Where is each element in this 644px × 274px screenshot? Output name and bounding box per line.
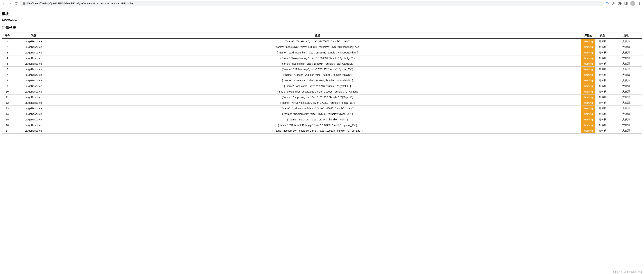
table-row: 9LargeResource{ "name": "wbxstatic", "si…	[2, 83, 642, 89]
toolbar-right: X	[606, 1, 642, 6]
header-message: 消息	[610, 33, 642, 39]
header-severity: 严重性	[581, 33, 596, 39]
cell-data: { "name": "card-model.bin", "size": 1386…	[54, 50, 581, 56]
cell-message: 大资源	[610, 56, 642, 61]
cell-issue: LargeResource	[13, 67, 54, 72]
cell-index: 16	[2, 122, 13, 128]
cell-message: 大资源	[610, 72, 642, 78]
cell-type: 包体积	[596, 122, 610, 128]
cell-severity: Warning	[581, 56, 596, 61]
cell-type: 包体积	[596, 111, 610, 117]
cell-severity: Warning	[581, 111, 596, 117]
cell-message: 大资源	[610, 100, 642, 106]
cell-data: { "name": "lookup_soft_elegance_1.png", …	[54, 128, 581, 134]
table-row: 16LargeResource{ "name": "NARemoteDebug.…	[2, 122, 642, 128]
cell-data: { "name": "wbxstatic", "size": 269216, "…	[54, 83, 581, 89]
menu-icon[interactable]	[638, 2, 641, 5]
cell-data: { "name": "ppd_com.mobile.xbt", "size": …	[54, 106, 581, 111]
svg-rect-2	[625, 2, 628, 5]
table-row: 13LargeResource{ "name": "ppd_com.mobile…	[2, 106, 642, 111]
cell-type: 包体积	[596, 72, 610, 78]
sidebar-icon[interactable]	[624, 2, 628, 5]
cell-data: { "name": "NAWebview.js", "size": 106459…	[54, 56, 581, 61]
table-row: 6LargeResource{ "name": "NAService.js", …	[2, 67, 642, 72]
reload-button[interactable]	[14, 1, 18, 6]
cell-message: 大资源	[610, 89, 642, 95]
header-index: 序号	[2, 33, 13, 39]
cell-type: 包体积	[596, 39, 610, 44]
cell-issue: LargeResource	[13, 39, 54, 44]
table-row: 4LargeResource{ "name": "NAWebview.js", …	[2, 56, 642, 61]
cell-issue: LargeResource	[13, 61, 54, 67]
cell-message: 大资源	[610, 78, 642, 83]
cell-issue: LargeResource	[13, 117, 54, 122]
cell-type: 包体积	[596, 44, 610, 50]
cell-type: 包体积	[596, 50, 610, 56]
table-row: 8LargeResource{ "name": "Assets.car", "s…	[2, 78, 642, 83]
cell-severity: Warning	[581, 44, 596, 50]
back-button[interactable]	[2, 1, 6, 6]
cell-data: { "name": "models.bin", "size": 1830336,…	[54, 44, 581, 50]
cell-message: 大资源	[610, 61, 642, 67]
cell-message: 大资源	[610, 128, 642, 134]
cell-index: 9	[2, 83, 13, 89]
table-row: 5LargeResource{ "name": "models.bin", "s…	[2, 61, 642, 67]
table-row: 17LargeResource{ "name": "lookup_soft_el…	[2, 128, 642, 134]
cell-message: 大资源	[610, 83, 642, 89]
svg-point-1	[612, 4, 613, 5]
cell-data: { "name": "NAService.js", "size": 706117…	[54, 67, 581, 72]
rss-icon[interactable]	[612, 2, 616, 5]
cell-message: 大资源	[610, 95, 642, 100]
globe-icon	[23, 2, 26, 5]
cell-message: 大资源	[610, 106, 642, 111]
svg-point-4	[639, 2, 640, 3]
cell-type: 包体积	[596, 117, 610, 122]
cell-issue: LargeResource	[13, 50, 54, 56]
cell-data: { "name": "Assets.car", "size": 443167, …	[54, 78, 581, 83]
cell-index: 6	[2, 67, 13, 72]
cell-severity: Warning	[581, 78, 596, 83]
cell-index: 8	[2, 78, 13, 83]
header-data: 数据	[54, 33, 581, 39]
table-row: 15LargeResource{ "name": "star.json", "s…	[2, 117, 642, 122]
translate-icon[interactable]	[606, 2, 610, 5]
cell-index: 4	[2, 56, 13, 61]
cell-issue: LargeResource	[13, 122, 54, 128]
cell-message: 大资源	[610, 122, 642, 128]
cell-issue: LargeResource	[13, 72, 54, 78]
cell-type: 包体积	[596, 67, 610, 72]
address-bar[interactable]: file:///Users/Desktop/ipas/APPMobile/APP…	[20, 1, 604, 6]
table-row: 2LargeResource{ "name": "models.bin", "s…	[2, 44, 642, 50]
section-title: 模块	[2, 11, 642, 16]
cell-issue: LargeResource	[13, 44, 54, 50]
cell-type: 包体积	[596, 128, 610, 134]
cell-index: 13	[2, 106, 13, 111]
issues-table: 序号 问题 数据 严重性 类型 消息 1LargeResource{ "name…	[2, 33, 642, 134]
cell-data: { "name": "lookup_miss_etikate.png", "si…	[54, 89, 581, 95]
cell-issue: LargeResource	[13, 128, 54, 134]
cell-message: 大资源	[610, 67, 642, 72]
url-text: file:///Users/Desktop/ipas/APPMobile/APP…	[27, 2, 133, 5]
table-row: 12LargeResource{ "name": "NAService.js.z…	[2, 100, 642, 106]
cell-severity: Warning	[581, 67, 596, 72]
cell-severity: Warning	[581, 106, 596, 111]
cell-severity: Warning	[581, 117, 596, 122]
cell-data: { "name": "NAWorker.js", "size": 154496,…	[54, 111, 581, 117]
svg-point-5	[639, 3, 640, 4]
cell-index: 3	[2, 50, 13, 56]
cell-severity: Warning	[581, 72, 596, 78]
avatar[interactable]: X	[630, 1, 635, 6]
page-content: 模块 APPMobile 问题列表 序号 问题 数据 严重性 类型 消息 1La…	[0, 7, 644, 135]
table-row: 7LargeResource{ "name": "Speech_vad.bin"…	[2, 72, 642, 78]
extensions-icon[interactable]	[618, 2, 622, 5]
cell-issue: LargeResource	[13, 78, 54, 83]
cell-issue: LargeResource	[13, 95, 54, 100]
cell-type: 包体积	[596, 61, 610, 67]
forward-button[interactable]	[8, 1, 12, 6]
table-row: 3LargeResource{ "name": "card-model.bin"…	[2, 50, 642, 56]
svg-point-6	[639, 4, 640, 5]
cell-severity: Warning	[581, 128, 596, 134]
header-type: 类型	[596, 33, 610, 39]
table-row: 10LargeResource{ "name": "lookup_miss_et…	[2, 89, 642, 95]
cell-message: 大资源	[610, 39, 642, 44]
